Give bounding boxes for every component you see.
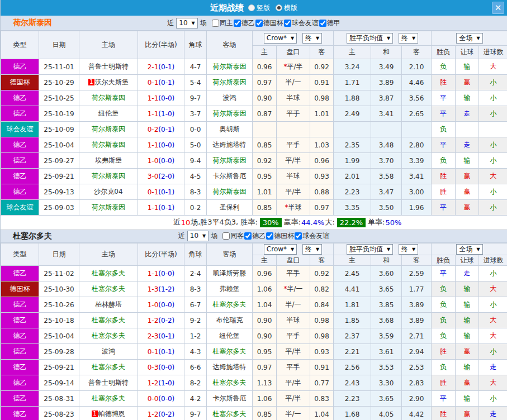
away-team[interactable]: 卡尔斯鲁厄 [207, 169, 253, 184]
checkbox-icon[interactable] [234, 20, 241, 27]
home-team[interactable]: 杜塞尔多夫 [79, 360, 138, 375]
mean-draw: 3.60 [371, 266, 402, 281]
away-team[interactable]: 圣保利 [207, 200, 253, 216]
mean-odds-select[interactable]: 胜平负均值▼ [347, 33, 393, 44]
home-team[interactable]: 杜塞尔多夫 [79, 391, 138, 407]
home-team[interactable]: 荷尔斯泰因 [79, 122, 138, 137]
radio-vertical-layout[interactable]: 竖版 [248, 3, 270, 13]
filter-checkbox-德甲[interactable]: 德甲 [319, 18, 340, 28]
fullmatch-select[interactable]: 全场▼ [456, 244, 482, 255]
mean-draw: 3.41 [371, 106, 402, 122]
home-team[interactable]: 荷尔斯泰因 [79, 137, 138, 153]
match-count-select[interactable]: 10▼ [187, 231, 209, 241]
col-odds-home: 主 [253, 46, 277, 59]
home-team[interactable]: 1帕德博恩 [79, 407, 138, 420]
away-team[interactable]: 达姆施塔特 [207, 360, 253, 375]
away-team[interactable]: 波鸿 [207, 90, 253, 106]
home-team[interactable]: 荷尔斯泰因 [79, 200, 138, 216]
odds-away: 0.92 [310, 59, 334, 75]
away-team[interactable]: 弗赖堡 [207, 281, 253, 297]
away-team[interactable]: 卡尔斯鲁厄 [207, 391, 253, 407]
mean-home: 2.43 [334, 375, 371, 391]
col-date: 日期 [39, 31, 79, 59]
checkbox-icon[interactable] [266, 232, 273, 240]
radio-horizontal-layout[interactable]: 横版 [276, 3, 297, 13]
home-team[interactable]: 普鲁士明斯特 [79, 375, 138, 391]
close-icon[interactable]: ✕ [492, 2, 504, 14]
home-team[interactable]: 杜塞尔多夫 [79, 313, 138, 328]
radio-circle-icon[interactable] [276, 4, 282, 11]
away-team[interactable]: 杜塞尔多夫 [207, 297, 253, 313]
odds-away: 0.92 [310, 266, 334, 281]
filter-checkbox-同客[interactable]: 同客 [222, 231, 244, 241]
checkbox-icon[interactable] [244, 232, 252, 240]
match-date: 25-10-29 [39, 75, 79, 90]
result: 胜 [432, 375, 456, 391]
filter-label: 德甲 [327, 18, 340, 28]
final-select[interactable]: 终▼ [302, 244, 322, 255]
filter-label: 德国杯 [274, 231, 294, 241]
away-team[interactable]: 凯泽斯劳滕 [207, 266, 253, 281]
away-team[interactable]: 杜塞尔多夫 [207, 375, 253, 391]
away-team[interactable]: 杜塞尔多夫 [207, 344, 253, 360]
filter-checkbox-德乙[interactable]: 德乙 [244, 231, 266, 241]
matches-label: 场 [211, 231, 217, 241]
filter-checkbox-德国杯[interactable]: 德国杯 [266, 231, 294, 241]
final-select[interactable]: 终▼ [399, 244, 418, 255]
away-team[interactable]: 达姆施塔特 [207, 137, 253, 153]
match-count-select[interactable]: 10▼ [176, 18, 197, 28]
fullmatch-select[interactable]: 全场▼ [456, 33, 482, 44]
mean-home: 1.68 [334, 407, 371, 420]
home-team[interactable]: 杜塞尔多夫 [79, 328, 138, 344]
odds-home: 1.06 [253, 281, 277, 297]
away-team[interactable]: 荷尔斯泰因 [207, 75, 253, 90]
away-team[interactable]: 荷尔斯泰因 [207, 59, 253, 75]
filter-checkbox-球会友谊[interactable]: 球会友谊 [284, 18, 319, 28]
handicap-result: 输 [456, 90, 479, 106]
away-team[interactable]: 杜塞尔多夫 [207, 407, 253, 420]
home-team[interactable]: 荷尔斯泰因 [79, 169, 138, 184]
checkbox-icon[interactable] [255, 20, 263, 27]
home-team[interactable]: 杜塞尔多夫 [79, 266, 138, 281]
mean-draw: 3.85 [371, 297, 402, 313]
home-team[interactable]: 柏林赫塔 [79, 297, 138, 313]
filter-checkbox-同主[interactable]: 同主 [212, 18, 233, 28]
filter-checkbox-球会友谊[interactable]: 球会友谊 [295, 231, 329, 241]
home-team[interactable]: 纽伦堡 [79, 106, 138, 122]
checkbox-icon[interactable] [212, 20, 219, 27]
score: 1-0(0-0) [138, 153, 184, 169]
away-team[interactable]: 荷尔斯泰因 [207, 106, 253, 122]
match-row: 德乙25-11-01普鲁士明斯特2-1(0-1)4-7荷尔斯泰因0.96*平/半… [1, 59, 507, 75]
away-team[interactable]: 布伦瑞克 [207, 313, 253, 328]
home-team[interactable]: 沙尔克04 [79, 184, 138, 200]
match-type-badge: 德乙 [1, 407, 39, 420]
mean-away: 3.89 [402, 313, 432, 328]
checkbox-icon[interactable] [295, 232, 302, 240]
home-team[interactable]: 杜塞尔多夫 [79, 281, 138, 297]
handicap-result: 输 [456, 360, 479, 375]
checkbox-icon[interactable] [319, 20, 326, 27]
filter-checkbox-德乙[interactable]: 德乙 [234, 18, 255, 28]
away-team[interactable]: 纽伦堡 [207, 328, 253, 344]
filter-checkbox-德国杯[interactable]: 德国杯 [255, 18, 283, 28]
away-team[interactable]: 奥胡斯 [207, 122, 253, 137]
away-team[interactable]: 荷尔斯泰因 [207, 153, 253, 169]
bookmaker-select[interactable]: Crow*▼ [264, 33, 297, 44]
away-team[interactable]: 荷尔斯泰因 [207, 184, 253, 200]
panel-title: 近期战绩 [210, 3, 244, 13]
match-row: 德乙25-09-13沙尔克040-1(0-1)8-3荷尔斯泰因1.01平/半0.… [1, 184, 507, 200]
home-team[interactable]: 荷尔斯泰因 [79, 90, 138, 106]
radio-circle-icon[interactable] [248, 4, 255, 11]
checkbox-icon[interactable] [222, 232, 230, 240]
bookmaker-select[interactable]: Crow*▼ [264, 244, 297, 255]
odds-home: 0.95 [253, 169, 277, 184]
home-team[interactable]: 波鸿 [79, 344, 138, 360]
home-team[interactable]: 1沃尔夫斯堡 [79, 75, 138, 90]
final-select[interactable]: 终▼ [302, 33, 322, 44]
final-select[interactable]: 终▼ [399, 33, 418, 44]
mean-odds-select[interactable]: 胜平负均值▼ [347, 244, 393, 255]
home-team[interactable]: 普鲁士明斯特 [79, 59, 138, 75]
checkbox-icon[interactable] [284, 20, 291, 27]
home-team[interactable]: 埃弗斯堡 [79, 153, 138, 169]
handicap-result: 赢 [456, 184, 479, 200]
